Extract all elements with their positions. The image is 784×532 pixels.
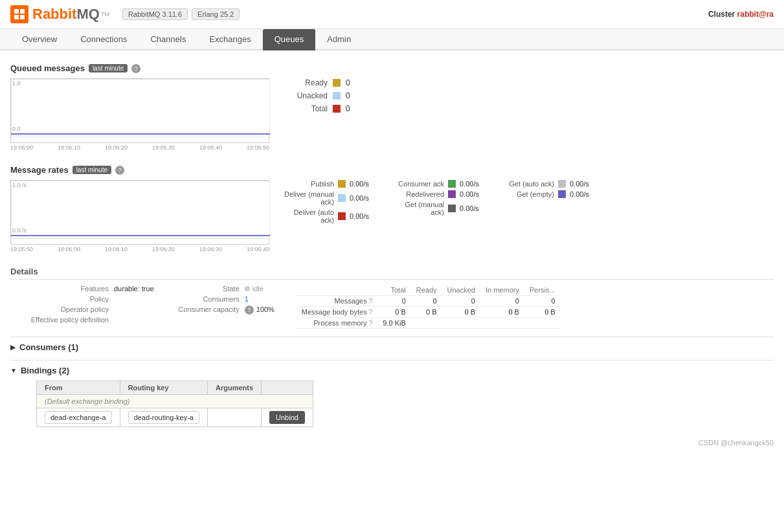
nav-connections[interactable]: Connections [69,29,139,50]
detail-effective-policy: Effective policy definition [10,316,154,324]
detail-state-key: State [167,285,245,293]
stat-unacked-label: Unacked [282,91,328,100]
queued-messages-section: 1.0 0.0 19:06:00 19:06:10 19:06:20 19:06… [10,78,774,152]
rate-publish: Publish 0.00/s [282,180,382,188]
details-middle: State idle Consumers 1 Consumer capacity… [167,285,284,317]
message-rates-badge: last minute [73,166,111,174]
stat-unacked-value: 0 [346,91,359,100]
logo-tm: TM [101,11,109,17]
nav-overview[interactable]: Overview [10,29,69,50]
binding-from: dead-exchange-a [37,408,120,427]
queued-y-top: 1.0 [12,80,21,87]
nav-channels[interactable]: Channels [139,29,197,50]
rate-get-manual-value: 0.00/s [460,205,492,212]
svg-rect-2 [14,15,19,19]
consumer-capacity-help[interactable]: ? [245,305,254,315]
consumers-section: ▶ Consumers (1) [10,337,774,352]
bindings-section: ▼ Bindings (2) From Routing key Argument… [10,360,774,427]
rate-redelivered-label: Redelivered [392,190,444,198]
consumers-triangle: ▶ [10,344,16,351]
stats-row-process-memory: Process memory ? 9.0 KiB [297,318,561,329]
queued-messages-stats: Ready 0 Unacked 0 Total 0 [282,78,359,152]
stats-col-inmemory: In memory [480,285,524,296]
queued-x-labels: 19:06:00 19:06:10 19:06:20 19:06:30 19:0… [10,143,269,152]
consumers-title: Consumers (1) [19,342,78,352]
binding-default-text: (Default exchange binding) [37,395,313,408]
stats-body-bytes-persis: 0 B [524,307,561,318]
bindings-header[interactable]: ▼ Bindings (2) [10,366,774,375]
stats-messages-ready: 0 [411,296,442,307]
stats-process-memory-ready [411,318,442,329]
bindings-col-from: From [37,381,120,395]
stat-unacked: Unacked 0 [282,91,359,100]
details-title: Details [10,267,774,280]
rates-col3: Get (auto ack) 0.00/s Get (empty) 0.00/s [502,180,602,198]
bindings-title: Bindings (2) [21,366,69,375]
rate-get-auto: Get (auto ack) 0.00/s [502,180,602,188]
erlang-version: Erlang 25.2 [192,8,240,20]
detail-consumer-capacity-val: 100% [256,305,274,313]
stats-body-bytes-inmemory: 0 B [480,307,524,318]
binding-default-row: (Default exchange binding) [37,395,313,408]
rate-get-manual-color [448,205,456,212]
rate-consumer-ack-color [448,180,456,188]
binding-arguments [207,408,261,427]
header: RabbitMQTM RabbitMQ 3.11.6 Erlang 25.2 C… [0,0,784,29]
stats-messages-help[interactable]: ? [369,298,373,305]
detail-consumer-capacity-key: Consumer capacity [167,305,245,313]
rate-deliver-manual-color [338,194,346,202]
rates-y-top: 1.0 /s [12,182,27,188]
stats-col-persis: Persis... [524,285,561,296]
queued-messages-header: Queued messages last minute ? [10,63,774,73]
binding-routing-key: dead-routing-key-a [120,408,207,427]
stat-ready: Ready 0 [282,78,359,87]
queued-messages-help[interactable]: ? [131,64,140,73]
bindings-table: From Routing key Arguments (Default exch… [36,381,313,427]
stat-total-color [333,105,341,113]
details-content: Features durable: true Policy Operator p… [10,285,774,329]
rate-publish-label: Publish [282,180,334,188]
unbind-button[interactable]: Unbind [269,411,305,424]
stat-total-value: 0 [346,104,359,113]
main-content: Queued messages last minute ? 1.0 0.0 19… [0,50,784,434]
stats-row-messages: Messages ? 0 0 0 0 0 [297,296,561,307]
stat-unacked-color [333,92,341,100]
bindings-col-arguments: Arguments [207,381,261,395]
nav-admin[interactable]: Admin [315,29,363,50]
stats-body-bytes-help[interactable]: ? [369,309,373,316]
details-stats-table: Total Ready Unacked In memory Persis... … [297,285,561,329]
rate-publish-value: 0.00/s [350,180,382,188]
stat-total: Total 0 [282,104,359,113]
svg-rect-0 [14,9,19,14]
queued-y-bottom: 0.0 [12,126,21,132]
stats-body-bytes-unacked: 0 B [442,307,480,318]
rate-redelivered-value: 0.00/s [460,190,492,198]
detail-consumers-key: Consumers [167,295,245,303]
stats-col-ready: Ready [411,285,442,296]
rate-publish-color [338,180,346,188]
detail-operator-policy-key: Operator policy [10,305,114,313]
navigation: Overview Connections Channels Exchanges … [0,29,784,50]
rate-consumer-ack-value: 0.00/s [460,180,492,188]
consumers-header[interactable]: ▶ Consumers (1) [10,342,774,352]
stats-process-memory-total: 9.0 KiB [377,318,410,329]
detail-features: Features durable: true [10,285,154,293]
message-rates-help[interactable]: ? [115,166,124,175]
stats-col-unacked: Unacked [442,285,480,296]
stats-messages-persis: 0 [524,296,561,307]
rate-deliver-auto: Deliver (auto ack) 0.00/s [282,208,382,224]
detail-consumers-val: 1 [245,295,249,303]
rabbitmq-version: RabbitMQ 3.11.6 [122,8,188,20]
nav-exchanges[interactable]: Exchanges [197,29,262,50]
stats-body-bytes-total: 0 B [377,307,410,318]
stats-process-memory-unacked [442,318,480,329]
stats-process-memory-help[interactable]: ? [369,320,373,327]
rate-consumer-ack-label: Consumer ack [392,180,444,188]
detail-state: State idle [167,285,284,293]
message-rates-header: Message rates last minute ? [10,165,774,175]
message-rates-chart-wrapper: 1.0 /s 0.0 /s 19:05:50 19:06:00 19:06:10… [10,180,269,254]
nav-queues[interactable]: Queues [263,29,316,50]
rate-redelivered-color [448,190,456,198]
svg-rect-3 [20,15,25,19]
stats-col-total: Total [377,285,410,296]
